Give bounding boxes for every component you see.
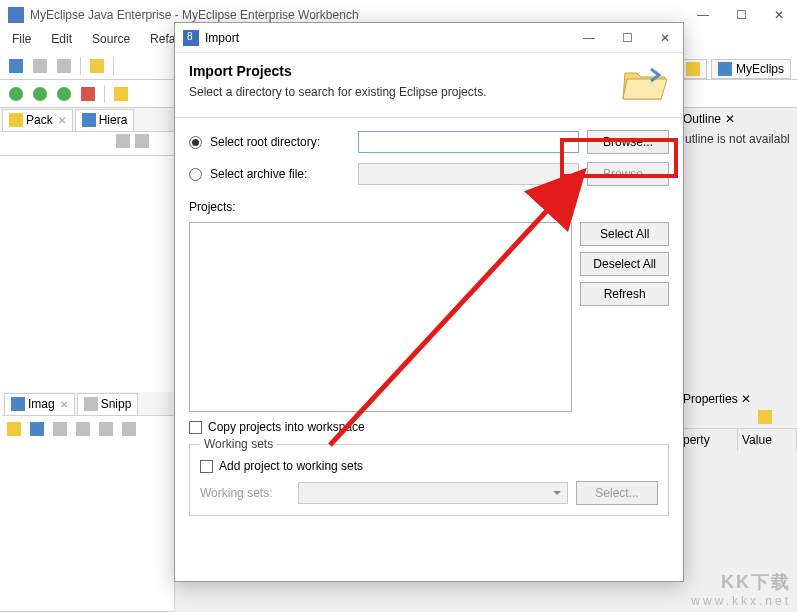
- app-icon: [8, 7, 24, 23]
- minimize-button[interactable]: —: [693, 5, 713, 25]
- radio-root-directory[interactable]: [189, 136, 202, 149]
- archive-file-input: [358, 163, 579, 185]
- refresh-icon[interactable]: [4, 419, 24, 439]
- browse-root-button[interactable]: Browse...: [587, 130, 669, 154]
- radio-archive-label[interactable]: Select archive file:: [210, 167, 350, 181]
- close-properties-icon[interactable]: ✕: [741, 392, 751, 406]
- pan-icon[interactable]: [119, 419, 139, 439]
- add-working-sets-checkbox[interactable]: [200, 460, 213, 473]
- root-directory-input[interactable]: [358, 131, 579, 153]
- dialog-minimize-button[interactable]: —: [579, 28, 599, 48]
- watermark-line2: www.kkx.net: [691, 594, 791, 608]
- tab-image-preview[interactable]: Imag ✕: [4, 393, 75, 415]
- perspective-switcher: MyEclips: [679, 56, 791, 82]
- props-col-value: Value: [738, 429, 797, 451]
- import-folder-icon: [621, 63, 669, 103]
- properties-tab-label[interactable]: Properties: [683, 392, 738, 406]
- zoom-100-icon[interactable]: [96, 419, 116, 439]
- deselect-all-button[interactable]: Deselect All: [580, 252, 669, 276]
- props-menu-icon[interactable]: [777, 410, 793, 426]
- working-sets-field-label: Working sets:: [200, 486, 290, 500]
- new-button[interactable]: [6, 56, 26, 76]
- properties-view: Properties ✕ perty Value: [679, 390, 797, 451]
- package-icon: [9, 113, 23, 127]
- tab-label-pack: Pack: [26, 113, 53, 127]
- refresh-button[interactable]: Refresh: [580, 282, 669, 306]
- perspective-myeclipse[interactable]: MyEclips: [711, 59, 791, 79]
- dialog-close-button[interactable]: ✕: [655, 28, 675, 48]
- hierarchy-icon: [82, 113, 96, 127]
- close-imag-icon[interactable]: ✕: [60, 399, 68, 410]
- projects-list[interactable]: [189, 222, 572, 412]
- close-outline-icon[interactable]: ✕: [725, 112, 735, 126]
- tab-snippets[interactable]: Snipp: [77, 393, 139, 415]
- browse-archive-button: Browse...: [587, 162, 669, 186]
- dialog-heading: Import Projects: [189, 63, 621, 79]
- outline-view: Outline ✕ utline is not availabl: [679, 110, 797, 150]
- select-working-sets-button: Select...: [576, 481, 658, 505]
- build-button[interactable]: [87, 56, 107, 76]
- dialog-subheading: Select a directory to search for existin…: [189, 85, 621, 99]
- image-preview-view: Imag ✕ Snipp: [2, 392, 174, 442]
- left-column: Pack ✕ Hiera: [0, 108, 175, 612]
- outline-tab-label[interactable]: Outline: [683, 112, 721, 126]
- perspective-label: MyEclips: [736, 62, 784, 76]
- zoom-in-icon[interactable]: [73, 419, 93, 439]
- import-dialog: Import — ☐ ✕ Import Projects Select a di…: [174, 22, 684, 582]
- dialog-titlebar: Import — ☐ ✕: [175, 23, 683, 53]
- watermark-line1: KK下载: [691, 570, 791, 594]
- snipp-label: Snipp: [101, 397, 132, 411]
- close-button[interactable]: ✕: [769, 5, 789, 25]
- pkg-mini-toolbar: [0, 132, 174, 156]
- menu-edit[interactable]: Edit: [45, 30, 78, 52]
- working-sets-legend: Working sets: [200, 437, 277, 451]
- save-button[interactable]: [30, 56, 50, 76]
- ide-title: MyEclipse Java Enterprise - MyEclipse En…: [30, 8, 693, 22]
- dialog-app-icon: [183, 30, 199, 46]
- radio-archive-file[interactable]: [189, 168, 202, 181]
- projects-label: Projects:: [189, 200, 669, 214]
- tab-hierarchy[interactable]: Hiera: [75, 109, 135, 131]
- props-pin-icon[interactable]: [758, 410, 774, 426]
- zoom-out-icon[interactable]: [50, 419, 70, 439]
- props-col-property: perty: [679, 429, 738, 451]
- tab-package-explorer[interactable]: Pack ✕: [2, 109, 73, 131]
- menu-source[interactable]: Source: [86, 30, 136, 52]
- perspective-icon: [686, 62, 700, 76]
- copy-projects-checkbox[interactable]: [189, 421, 202, 434]
- run-last-button[interactable]: [54, 84, 74, 104]
- dialog-title: Import: [205, 31, 579, 45]
- select-all-button[interactable]: Select All: [580, 222, 669, 246]
- close-tab-icon[interactable]: ✕: [58, 115, 66, 126]
- dialog-header: Import Projects Select a directory to se…: [175, 53, 683, 118]
- dialog-maximize-button[interactable]: ☐: [617, 28, 637, 48]
- copy-projects-label[interactable]: Copy projects into workspace: [208, 420, 365, 434]
- working-sets-combo: [298, 482, 568, 504]
- working-sets-fieldset: Working sets Add project to working sets…: [189, 444, 669, 516]
- zoom-fit-icon[interactable]: [27, 419, 47, 439]
- save-all-button[interactable]: [54, 56, 74, 76]
- outline-message: utline is not availabl: [679, 128, 797, 150]
- add-working-sets-label[interactable]: Add project to working sets: [219, 459, 363, 473]
- snippets-icon: [84, 397, 98, 411]
- run-button[interactable]: [30, 84, 50, 104]
- myeclipse-icon: [718, 62, 732, 76]
- open-type-button[interactable]: [111, 84, 131, 104]
- image-icon: [11, 397, 25, 411]
- package-explorer-body[interactable]: [0, 156, 174, 612]
- imag-label: Imag: [28, 397, 55, 411]
- radio-root-label[interactable]: Select root directory:: [210, 135, 350, 149]
- link-editor-icon[interactable]: [135, 134, 151, 150]
- dialog-body: Select root directory: Browse... Select …: [175, 118, 683, 581]
- collapse-all-icon[interactable]: [116, 134, 132, 150]
- debug-button[interactable]: [6, 84, 26, 104]
- ext-tools-button[interactable]: [78, 84, 98, 104]
- watermark: KK下载 www.kkx.net: [691, 570, 791, 608]
- tab-label-hiera: Hiera: [99, 113, 128, 127]
- maximize-button[interactable]: ☐: [731, 5, 751, 25]
- left-tabs: Pack ✕ Hiera: [0, 108, 174, 132]
- menu-file[interactable]: File: [6, 30, 37, 52]
- view-menu-icon[interactable]: [154, 134, 170, 150]
